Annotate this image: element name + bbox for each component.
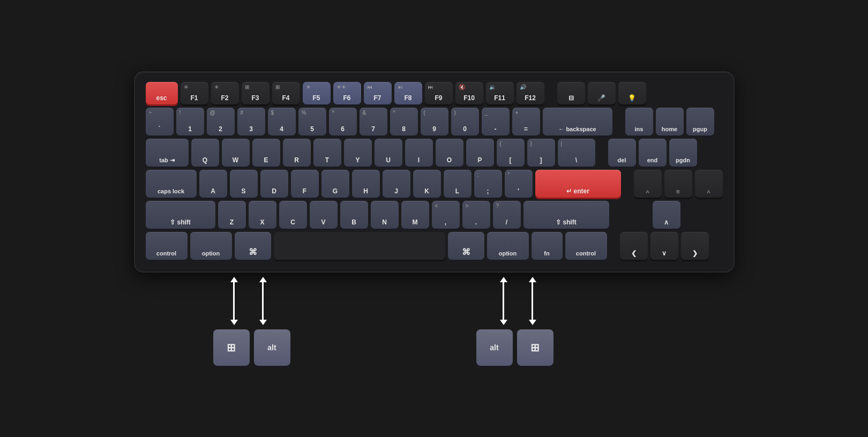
number-row: ~ ` ! 1 @ 2 # 3 $ 4 % 5 [146,108,723,135]
left-arrow-key[interactable]: ❮ [620,232,648,260]
fn-key[interactable]: fn [532,232,563,260]
home-key[interactable]: home [656,108,684,135]
period-key[interactable]: > . [462,201,490,229]
minus-key[interactable]: _ - [482,108,510,135]
g-key[interactable]: G [321,170,349,198]
f7-icon: ⏮ [367,85,372,90]
f-key[interactable]: F [291,170,319,198]
loption-key[interactable]: option [190,232,232,260]
backslash-key[interactable]: | \ [558,139,595,167]
f12-key[interactable]: 🔊 F12 [517,82,544,104]
right-alt-swap-key[interactable]: alt [476,329,513,366]
win-icon-left: ⊞ [227,341,236,354]
i-key[interactable]: I [405,139,433,167]
c-key[interactable]: C [279,201,307,229]
up-arrow-key[interactable]: ∧ [653,201,680,229]
y-key[interactable]: Y [344,139,372,167]
end-key[interactable]: end [639,139,667,167]
f10-key[interactable]: 🔇 F10 [455,82,483,104]
rbracket-key[interactable]: } ] [527,139,555,167]
left-swap-group [230,277,267,325]
w-key[interactable]: W [222,139,250,167]
p-key[interactable]: P [466,139,494,167]
f11-key[interactable]: 🔉 F11 [486,82,514,104]
0-key[interactable]: ) 0 [451,108,479,135]
lctrl-key[interactable]: control [146,232,188,260]
enter-key[interactable]: ↵ enter [535,170,621,198]
z-key[interactable]: Z [218,201,246,229]
f9-icon: ⏭ [428,85,433,90]
caps-row: caps lock A S D F G H J K L : ; " ' ↵ en… [146,170,723,198]
right-arrow-key[interactable]: ❯ [681,232,709,260]
b-key[interactable]: B [340,201,368,229]
f4-label: F4 [282,95,289,101]
comma-key[interactable]: < , [432,201,460,229]
2-key[interactable]: @ 2 [207,108,235,135]
ins-key[interactable]: ins [625,108,653,135]
e-key[interactable]: E [252,139,280,167]
semicolon-key[interactable]: : ; [474,170,502,198]
quote-key[interactable]: " ' [505,170,533,198]
f4-key[interactable]: ⊞ F4 [272,82,300,104]
rctrl-key[interactable]: control [565,232,607,260]
s-key[interactable]: S [230,170,258,198]
mic-key[interactable]: 🎤 [588,82,616,104]
o-key[interactable]: O [436,139,463,167]
roption-key[interactable]: option [487,232,529,260]
f2-key[interactable]: ✳ F2 [211,82,239,104]
j-key[interactable]: J [383,170,410,198]
right-win-swap-key[interactable]: ⊞ [517,329,553,366]
4-key[interactable]: $ 4 [268,108,296,135]
r-key[interactable]: R [283,139,311,167]
backtick-key[interactable]: ~ ` [146,108,174,135]
capslock-key[interactable]: caps lock [146,170,197,198]
1-key[interactable]: ! 1 [176,108,204,135]
backspace-key[interactable]: ← backspace [543,108,612,135]
u-key[interactable]: U [375,139,402,167]
f5-key[interactable]: ☀ F5 [303,82,331,104]
left-win-swap-key[interactable]: ⊞ [213,329,250,366]
slash-key[interactable]: ? / [493,201,521,229]
left-alt-swap-key[interactable]: alt [254,329,290,366]
f7-key[interactable]: ⏮ F7 [364,82,392,104]
k-key[interactable]: K [413,170,441,198]
t-key[interactable]: T [313,139,341,167]
pgdn-key[interactable]: pgdn [669,139,697,167]
d-key[interactable]: D [260,170,288,198]
v-key[interactable]: V [310,201,338,229]
f3-key[interactable]: ⊞ F3 [242,82,270,104]
equals-key[interactable]: + = [512,108,540,135]
lcmd-key[interactable]: ⌘ [235,232,271,260]
f8-key[interactable]: ⏯ F8 [394,82,422,104]
f3-icon: ⊞ [245,85,249,90]
6-key[interactable]: ^ 6 [329,108,357,135]
9-key[interactable]: ( 9 [421,108,448,135]
f6-key[interactable]: ☀☀ F6 [333,82,361,104]
lbracket-key[interactable]: { [ [497,139,525,167]
tab-key[interactable]: tab ⇥ [146,139,189,167]
8-key[interactable]: * 8 [390,108,418,135]
f9-key[interactable]: ⏭ F9 [425,82,453,104]
pgup-key[interactable]: pgup [686,108,714,135]
n-key[interactable]: N [371,201,399,229]
q-key[interactable]: Q [191,139,219,167]
snip-key[interactable]: ⊟ [557,82,585,104]
a-key[interactable]: A [199,170,227,198]
7-key[interactable]: & 7 [360,108,387,135]
esc-key[interactable]: esc [146,82,178,104]
down-arrow-key[interactable]: ∨ [650,232,678,260]
lshift-key[interactable]: ⇧ shift [146,201,215,229]
x-key[interactable]: X [249,201,276,229]
5-key[interactable]: % 5 [298,108,326,135]
3-key[interactable]: # 3 [237,108,265,135]
f7-label: F7 [373,95,381,101]
m-key[interactable]: M [401,201,429,229]
del-key[interactable]: del [608,139,636,167]
space-key[interactable] [274,232,445,260]
h-key[interactable]: H [352,170,380,198]
rcmd-key[interactable]: ⌘ [448,232,484,260]
f1-key[interactable]: ✳ F1 [181,82,208,104]
light-key[interactable]: 💡 [618,82,646,104]
rshift-key[interactable]: ⇧ shift [523,201,609,229]
l-key[interactable]: L [444,170,472,198]
